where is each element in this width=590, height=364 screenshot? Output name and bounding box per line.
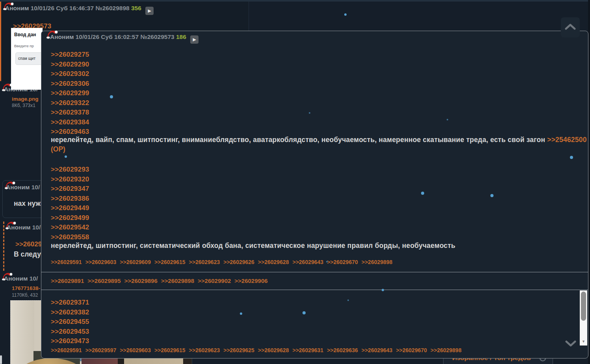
reply-backlink[interactable]: >>26029625 [223,347,254,353]
snowflake-dot [347,299,349,301]
snowflake-dot [447,119,448,120]
popup-divider-1 [41,272,588,272]
thumb-subtitle: Введите пр [14,44,34,48]
quote-links-block-2: >>26029293>>26029320>>26029347>>26029386… [51,165,89,242]
reply-backlink[interactable]: >>26029615 [154,259,186,265]
snowflake-dot [309,112,310,114]
image-thumbnail-captcha[interactable]: Ввод дан Введите пр спам щит [11,28,43,90]
reply-backlink[interactable]: >>26029898 [161,277,194,284]
reply-backlink[interactable]: >>26029670 [396,347,427,353]
quote-link[interactable]: >>26029453 [51,327,89,337]
reply-backlink[interactable]: >>26029623 [189,259,220,265]
quote-link[interactable]: >>26029382 [51,308,89,318]
quote-link[interactable]: >>26029542 [51,223,89,233]
snowflake-dot [490,194,494,197]
quote-link[interactable]: >>26029455 [51,317,89,327]
quote-link[interactable]: >>26029449 [51,203,89,213]
quote-link[interactable]: >>26029293 [51,165,89,175]
reply-count: 186 [176,33,186,40]
post-date: 10/ [32,184,40,190]
post-preview-popup: Аноним 10/01/26 Суб 16:02:57 №26029573 1… [41,31,588,358]
post-date: 10/ [32,224,41,231]
reply-backlink[interactable]: >>26029628 [258,347,289,353]
replies-row-2: >>26029591>>26029597>>26029603>>26029615… [51,347,462,353]
reply-backlink[interactable]: >>26029628 [258,259,289,265]
santa-hat-icon [3,2,14,13]
quote-link[interactable]: >>26029386 [51,194,89,204]
santa-hat-icon [46,30,58,42]
reply-backlink[interactable]: >>26029898 [430,347,462,353]
reply-backlink[interactable]: >>26029643 [362,347,393,353]
post-with-image: Аноним 10/ image.png 8Кб, 373x1 [0,83,43,178]
quote-link[interactable]: >>26029299 [51,89,89,98]
reply-backlink[interactable]: >>26029902 [198,277,231,284]
reply-backlink[interactable]: >>26029636 [327,347,358,353]
replies-row-middle: >>26029891>>26029895>>26029896>>26029898… [51,277,268,284]
reply-backlink[interactable]: >>26029898 [362,259,393,265]
quote-link[interactable]: >>26029290 [51,60,89,70]
quote-link[interactable]: >>26029463 [51,127,89,137]
play-button-icon[interactable]: ▶ [145,7,154,15]
santa-hat-icon [5,221,16,233]
reply-backlink[interactable]: >>26029891 [51,277,84,284]
snowflake-dot [302,311,306,314]
chevron-down-icon [565,340,576,348]
post-body: нах нужн [14,200,45,208]
paragraph-text: нерелейтед, вайп, спам, шитпостинг, вним… [51,136,547,144]
post-paragraph-1: нерелейтед, вайп, спам, шитпостинг, вним… [51,136,587,144]
reply-backlink[interactable]: >>26029896 [124,277,158,284]
reply-backlink[interactable]: >>26029643 [292,259,323,265]
reply-backlink[interactable]: >>26029623 [189,347,220,353]
quote-link[interactable]: >>26029473 [51,336,89,346]
reply-backlink[interactable]: >>26029626 [223,259,254,265]
scroll-to-bottom-button[interactable] [564,339,577,349]
quote-link[interactable]: >>26029384 [51,118,89,127]
file-link[interactable]: 176771638- [12,285,40,291]
reply-backlink[interactable]: >>26029670 [327,259,358,265]
post-paragraph-2: нерелейтед, шитпостинг, систематический … [51,242,455,250]
nested-preview-section: >>26029371>>26029382>>26029455>>26029453… [41,290,588,358]
reply-backlink[interactable]: >>26029591 [51,347,82,353]
santa-hat-icon [2,272,13,284]
quote-link[interactable]: >>26029371 [51,298,89,308]
quote-link[interactable]: >>26029306 [51,79,89,89]
reply-backlink[interactable]: >>26029615 [154,347,186,353]
file-size: 1170Кб, 432 [12,292,38,298]
reply-backlink[interactable]: >>26029603 [85,259,117,265]
quote-link[interactable]: >>26029558 [51,233,89,242]
page-mini-scrollbar[interactable] [0,355,2,364]
quote-link[interactable]: >>26029302 [51,69,89,79]
popup-scrollbar[interactable]: ▾ [580,290,587,346]
quote-link[interactable]: >>26029499 [51,213,89,223]
reply-backlink[interactable]: >>26029591 [51,259,82,265]
reply-backlink[interactable]: >>26029906 [234,277,267,284]
file-link[interactable]: image.png [12,96,39,102]
snowflake-dot [110,95,113,98]
op-quote-link[interactable]: >>25462500 [547,136,586,144]
reply-backlink[interactable]: >>26029895 [87,277,121,284]
snowflake-dot [382,289,384,291]
snowflake-dot [570,156,573,159]
scrollbar-thumb[interactable] [581,292,586,321]
file-size: 8Кб, 373x1 [12,103,35,108]
reply-backlink[interactable]: >>26029631 [292,347,323,353]
thumb-title: Ввод дан [14,32,36,37]
quote-link[interactable]: >>26029378 [51,108,89,118]
reply-backlink[interactable]: >>26029597 [85,347,117,353]
quote-link[interactable]: >>26029322 [51,98,89,108]
reply-backlink[interactable]: >>26029603 [120,347,151,353]
post-number[interactable]: №26029898 [95,5,129,11]
play-button-icon[interactable]: ▶ [190,35,199,44]
snowflake-dot [421,192,424,195]
thumb-button: спам щит [15,52,43,65]
reply-backlink[interactable]: >>26029609 [120,259,151,265]
quote-links-block-1: >>26029275>>26029290>>26029302>>26029306… [51,50,89,137]
post-number[interactable]: №26029573 [140,33,174,40]
quote-link[interactable]: >>26029320 [51,175,89,185]
scrollbar-down-arrow-icon[interactable]: ▾ [581,339,586,343]
content-column-divider [192,358,192,364]
scroll-to-top-button[interactable] [561,17,580,37]
quote-link[interactable]: >>26029275 [51,50,89,60]
quote-link[interactable]: >>26029347 [51,184,89,194]
snowflake-dot [326,261,328,262]
